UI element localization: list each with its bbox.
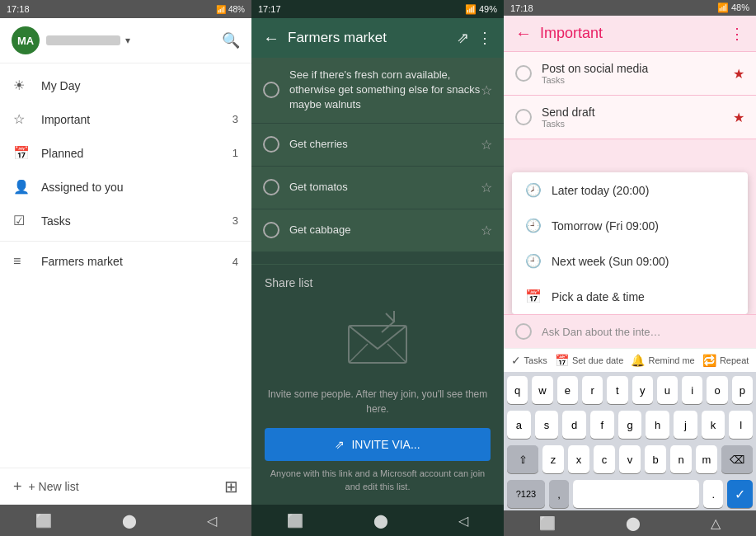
key-a[interactable]: a [507,411,531,439]
task-circle-1[interactable] [263,82,279,98]
ask-circle[interactable] [515,323,532,340]
task-star-1[interactable]: ☆ [481,82,492,98]
key-i[interactable]: i [682,376,702,404]
key-k[interactable]: k [702,411,725,439]
back-button-right[interactable]: ← [515,24,532,43]
key-w[interactable]: w [532,376,552,404]
key-d[interactable]: d [562,411,586,439]
bottom-toolbar: ✓ Tasks 📅 Set due date 🔔 Remind me 🔁 Rep… [504,348,756,372]
circle-nav-btn-right[interactable]: ⬤ [626,515,641,531]
key-p[interactable]: p [732,376,753,404]
sidebar-item-my-day[interactable]: ☀ My Day [0,68,251,102]
key-space[interactable] [573,480,699,508]
imp-circle-2[interactable] [515,109,532,125]
share-btn-icon: ⇗ [335,438,345,451]
search-icon[interactable]: 🔍 [222,31,240,49]
imp-star-2[interactable]: ★ [733,110,744,125]
sidebar-item-planned[interactable]: 📅 Planned 1 [0,136,251,170]
back-button-mid[interactable]: ← [263,29,279,48]
circle-nav-btn-mid[interactable]: ⬤ [373,513,388,529]
key-o[interactable]: o [707,376,727,404]
task-star-3[interactable]: ☆ [481,180,492,195]
toolbar-remind[interactable]: 🔔 Remind me [631,354,694,367]
sidebar-item-important[interactable]: ☆ Important 3 [0,102,251,136]
key-l[interactable]: l [729,411,753,439]
new-list-button[interactable]: + + New list [13,478,79,496]
key-x[interactable]: x [568,445,589,473]
bottom-bar-left: + + New list ⊞ [0,468,251,505]
sidebar-item-tasks[interactable]: ☑ Tasks 3 [0,204,251,237]
imp-circle-1[interactable] [515,65,532,82]
add-list-icon[interactable]: ⊞ [224,477,238,496]
task-circle-4[interactable] [263,222,279,238]
circle-nav-btn[interactable]: ⬤ [122,513,137,529]
dropdown-tomorrow[interactable]: 🕘 Tomorrow (Fri 09:00) [512,208,748,243]
task-star-2[interactable]: ☆ [481,137,492,153]
imp-task-info-1: Post on social media Tasks [542,62,733,85]
key-g[interactable]: g [618,411,642,439]
phone-nav-right: ⬜ ⬤ △ [504,510,756,536]
key-period[interactable]: . [703,480,723,508]
right-panel: 17:18 📶 48% ← Important ⋮ Post on social… [504,0,756,536]
clock-icon-tomorrow: 🕘 [525,218,542,233]
key-comma[interactable]: , [549,480,569,508]
key-f[interactable]: f [590,411,614,439]
header-left: MA ▾ 🔍 [0,18,251,63]
dropdown-pick-date[interactable]: 📅 Pick a date & time [512,279,748,314]
task-circle-3[interactable] [263,179,279,195]
key-c[interactable]: c [594,445,615,473]
toolbar-bell-icon: 🔔 [631,354,645,367]
chevron-down-icon[interactable]: ▾ [125,35,130,46]
dropdown-later[interactable]: 🕗 Later today (20:00) [512,172,748,208]
share-section: Share list Invite some people. After the… [251,264,504,505]
invite-button[interactable]: ⇗ INVITE VIA... [265,428,491,461]
key-y[interactable]: y [632,376,653,404]
avatar[interactable]: MA [12,26,40,54]
key-z[interactable]: z [542,445,564,473]
home-nav-btn-mid[interactable]: ⬜ [287,513,303,529]
task-star-4[interactable]: ☆ [481,223,492,238]
imp-star-1[interactable]: ★ [733,66,744,82]
toolbar-repeat-icon: 🔁 [702,354,716,367]
key-enter[interactable]: ✓ [727,480,753,508]
key-e[interactable]: e [557,376,578,404]
left-panel: 17:18 📶 48% MA ▾ 🔍 ☀ My Day ☆ Important … [0,0,251,536]
key-n[interactable]: n [670,445,692,473]
sidebar-item-farmers-market[interactable]: ≡ Farmers market 4 [0,245,251,278]
key-v[interactable]: v [619,445,641,473]
share-icon[interactable]: ⇗ [457,29,469,47]
task-circle-2[interactable] [263,136,279,153]
key-b[interactable]: b [645,445,666,473]
toolbar-due-date[interactable]: 📅 Set due date [555,354,623,367]
key-backspace[interactable]: ⌫ [721,445,753,473]
time-left: 17:18 [7,4,30,14]
clock-icon-later: 🕗 [525,182,542,198]
check-icon: ☑ [13,213,31,228]
key-r[interactable]: r [582,376,603,404]
task-text-3: Get tomatos [289,180,481,195]
time-mid: 17:17 [258,4,281,14]
back-nav-btn-mid[interactable]: ◁ [458,513,468,529]
home-nav-btn[interactable]: ⬜ [35,513,52,529]
dropdown-next-week[interactable]: 🕘 Next week (Sun 09:00) [512,243,748,279]
key-m[interactable]: m [696,445,717,473]
back-nav-btn-right[interactable]: △ [711,515,721,531]
home-nav-btn-right[interactable]: ⬜ [539,515,556,531]
back-nav-btn[interactable]: ◁ [207,513,217,529]
more-icon-right[interactable]: ⋮ [730,25,744,43]
key-num[interactable]: ?123 [507,480,545,508]
key-u[interactable]: u [657,376,678,404]
key-j[interactable]: j [674,411,697,439]
key-t[interactable]: t [607,376,627,404]
calendar-icon: 📅 [13,145,31,161]
share-illustration [265,301,491,375]
more-icon[interactable]: ⋮ [477,29,492,47]
key-q[interactable]: q [507,376,528,404]
key-h[interactable]: h [646,411,669,439]
sidebar-item-assigned[interactable]: 👤 Assigned to you [0,170,251,204]
nav-list: ☀ My Day ☆ Important 3 📅 Planned 1 👤 Ass… [0,63,251,468]
toolbar-repeat[interactable]: 🔁 Repeat [702,354,749,367]
key-shift[interactable]: ⇧ [507,445,538,473]
toolbar-tasks[interactable]: ✓ Tasks [511,354,547,367]
key-s[interactable]: s [535,411,559,439]
